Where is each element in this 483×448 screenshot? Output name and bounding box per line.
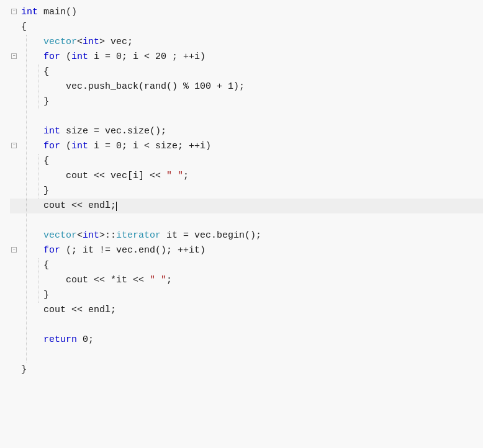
line-16: vector<int>::iterator it = vec.begin(); [10,228,483,243]
line-6-content: vec.push_back(rand() % 100 + 1); [21,79,476,94]
block-1: vector<int> vec; − for (int i = 0; i < 2… [10,35,483,362]
line-9-content: int size = vec.size(); [21,124,476,139]
line-3: vector<int> vec; [10,35,483,50]
line-14-content: cout << endl; [21,199,476,213]
line-1-content: int main() [21,5,476,20]
code-editor[interactable]: − int main() { vector<int> vec; − for (i… [0,0,483,448]
collapse-4-icon[interactable]: − [11,53,17,59]
block-for-3: { cout << *it << " "; } [10,258,483,303]
line-1: − int main() [10,5,483,20]
line-24-content [21,347,476,362]
line-23-content: return 0; [21,333,476,347]
line-10: − for (int i = 0; i < size; ++i) [10,139,483,154]
line-25-content: } [21,362,476,377]
line-23: return 0; [10,333,483,347]
line-19: cout << *it << " "; [10,273,483,288]
line-6: vec.push_back(rand() % 100 + 1); [10,79,483,94]
text-cursor [116,202,117,211]
line-25: } [10,362,483,377]
line-15-content [21,213,476,228]
line-20: } [10,288,483,303]
line-18-content: { [21,258,476,273]
line-16-content: vector<int>::iterator it = vec.begin(); [21,228,476,243]
line-17: − for (; it != vec.end(); ++it) [10,243,483,258]
line-7: } [10,94,483,109]
line-13-content: } [21,184,476,199]
line-2: { [10,20,483,35]
collapse-1-icon[interactable]: − [11,9,17,14]
collapse-17-icon[interactable]: − [11,247,17,253]
code-content: − int main() { vector<int> vec; − for (i… [0,5,483,377]
line-13: } [10,184,483,199]
collapse-10-icon[interactable]: − [11,143,17,148]
line-19-content: cout << *it << " "; [21,273,476,288]
line-21-content: cout << endl; [21,303,476,318]
line-18: { [10,258,483,273]
line-11: { [10,154,483,169]
line-20-content: } [21,288,476,303]
line-14: cout << endl; [10,199,483,213]
line-5: { [10,65,483,79]
line-21: cout << endl; [10,303,483,318]
line-8 [10,109,483,124]
line-10-content: for (int i = 0; i < size; ++i) [21,139,476,154]
line-12: cout << vec[i] << " "; [10,169,483,184]
line-3-content: vector<int> vec; [21,35,476,50]
block-for-2: { cout << vec[i] << " "; } [10,154,483,199]
line-11-content: { [21,154,476,169]
line-24 [10,347,483,362]
line-15 [10,213,483,228]
line-22-content [21,318,476,333]
line-22 [10,318,483,333]
line-2-content: { [21,20,476,35]
line-5-content: { [21,65,476,79]
line-17-content: for (; it != vec.end(); ++it) [21,243,476,258]
line-12-content: cout << vec[i] << " "; [21,169,476,184]
line-7-content: } [21,94,476,109]
block-for-1: { vec.push_back(rand() % 100 + 1); } [10,65,483,109]
line-4-content: for (int i = 0; i < 20 ; ++i) [21,50,476,65]
line-8-content [21,109,476,124]
line-9: int size = vec.size(); [10,124,483,139]
line-4: − for (int i = 0; i < 20 ; ++i) [10,50,483,65]
